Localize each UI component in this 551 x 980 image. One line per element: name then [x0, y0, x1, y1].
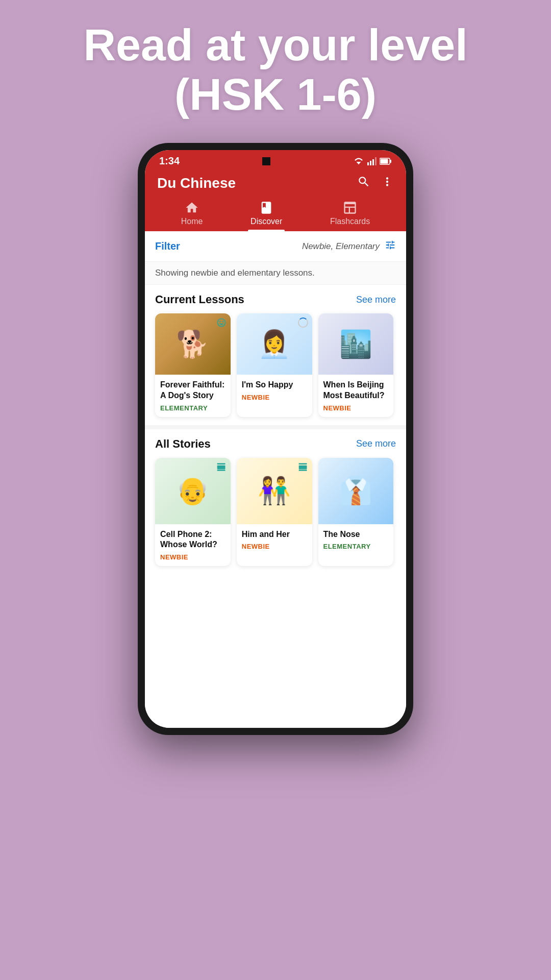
main-content: Filter Newbie, Elementary Showing newbie…: [145, 231, 406, 728]
battery-icon: [380, 158, 392, 165]
app-bar-actions: [357, 175, 394, 191]
card-cell-phone-title: Cell Phone 2: Whose World?: [160, 529, 226, 551]
tab-discover[interactable]: Discover: [240, 198, 292, 231]
nav-tabs: Home Discover Flashcards: [157, 195, 394, 231]
tab-flashcards-label: Flashcards: [330, 217, 370, 226]
status-time: 1:34: [159, 155, 180, 167]
card-the-nose-level: ELEMENTARY: [323, 543, 389, 550]
him-her-stack-icon: [298, 462, 308, 474]
info-banner: Showing newbie and elementary lessons.: [145, 262, 406, 285]
phone-shell: 1:34: [138, 143, 413, 735]
card-im-so-happy-body: I'm So Happy NEWBIE: [237, 375, 312, 406]
tab-flashcards[interactable]: Flashcards: [320, 198, 380, 231]
card-beijing[interactable]: 🏙️ When Is Beijing Most Beautiful? NEWBI…: [318, 313, 394, 417]
card-im-so-happy-image: 👩‍💼: [237, 313, 312, 375]
app-title: Du Chinese: [157, 175, 236, 191]
card-beijing-image: 🏙️: [318, 313, 394, 375]
tab-discover-label: Discover: [251, 217, 282, 226]
loading-icon: [298, 317, 308, 328]
card-im-so-happy-level: NEWBIE: [242, 394, 307, 401]
all-stories-header: All Stories See more: [155, 437, 396, 451]
current-lessons-title: Current Lessons: [155, 293, 244, 306]
current-lessons-see-more[interactable]: See more: [356, 295, 396, 305]
card-cell-phone-image: 👴: [155, 458, 231, 524]
card-the-nose-body: The Nose ELEMENTARY: [318, 524, 394, 556]
card-the-nose[interactable]: 👔 The Nose ELEMENTARY: [318, 458, 394, 567]
signal-icon: [367, 157, 377, 165]
svg-rect-4: [375, 157, 377, 165]
phone-screen: 1:34: [145, 150, 406, 728]
svg-rect-1: [367, 162, 369, 165]
card-forever-faithful-body: Forever Faithful: A Dog's Story ELEMENTA…: [155, 375, 231, 417]
hero-text: Read at your level (HSK 1-6): [0, 20, 551, 119]
cell-phone-stack-icon: [216, 462, 227, 474]
svg-marker-0: [357, 161, 361, 164]
svg-rect-3: [372, 159, 374, 165]
all-stories-section: All Stories See more 👴: [145, 429, 406, 577]
card-him-and-her-body: Him and Her NEWBIE: [237, 524, 312, 556]
card-forever-faithful[interactable]: 🐕 Forever Faithful: A Dog's Story: [155, 313, 231, 417]
card-beijing-body: When Is Beijing Most Beautiful? NEWBIE: [318, 375, 394, 417]
discover-icon: [259, 201, 273, 215]
card-im-so-happy[interactable]: 👩‍💼 I'm So Happy NEWBIE: [237, 313, 312, 417]
phone-device: 1:34: [138, 143, 413, 735]
card-forever-faithful-image: 🐕: [155, 313, 231, 375]
card-cell-phone-level: NEWBIE: [160, 553, 226, 561]
app-bar-top: Du Chinese: [157, 175, 394, 195]
filter-bar: Filter Newbie, Elementary: [145, 231, 406, 262]
more-options-icon[interactable]: [381, 175, 394, 191]
card-forever-faithful-level: ELEMENTARY: [160, 404, 226, 412]
filter-value: Newbie, Elementary: [302, 241, 380, 252]
home-icon: [185, 201, 199, 215]
svg-rect-7: [381, 159, 388, 163]
card-him-and-her-level: NEWBIE: [242, 543, 307, 550]
current-lessons-section: Current Lessons See more 🐕: [145, 285, 406, 425]
card-cell-phone[interactable]: 👴 Cell Phone 2: Whose World? NEWBIE: [155, 458, 231, 567]
app-bar: Du Chinese: [145, 170, 406, 231]
all-stories-title: All Stories: [155, 437, 211, 451]
card-him-and-her[interactable]: 👫 Him and Her NEWBIE: [237, 458, 312, 567]
current-lessons-header: Current Lessons See more: [155, 293, 396, 306]
card-beijing-level: NEWBIE: [323, 404, 389, 412]
current-lessons-cards: 🐕 Forever Faithful: A Dog's Story: [155, 313, 396, 425]
card-cell-phone-body: Cell Phone 2: Whose World? NEWBIE: [155, 524, 231, 567]
all-stories-see-more[interactable]: See more: [356, 438, 396, 449]
svg-rect-6: [390, 160, 391, 163]
filter-settings-icon[interactable]: [385, 239, 396, 253]
card-the-nose-title: The Nose: [323, 529, 389, 540]
status-bar: 1:34: [145, 150, 406, 170]
filter-label[interactable]: Filter: [155, 240, 180, 252]
svg-rect-2: [370, 161, 371, 165]
status-icons: [353, 157, 392, 165]
card-him-and-her-title: Him and Her: [242, 529, 307, 540]
card-im-so-happy-title: I'm So Happy: [242, 380, 307, 390]
camera-notch: [262, 157, 270, 165]
tab-home-label: Home: [181, 217, 203, 226]
tab-home[interactable]: Home: [171, 198, 213, 231]
card-him-and-her-image: 👫: [237, 458, 312, 524]
wifi-icon: [353, 157, 364, 165]
card-forever-faithful-title: Forever Faithful: A Dog's Story: [160, 380, 226, 401]
section-divider: [145, 425, 406, 429]
info-text: Showing newbie and elementary lessons.: [155, 268, 315, 278]
card-beijing-title: When Is Beijing Most Beautiful?: [323, 380, 389, 401]
search-icon[interactable]: [357, 175, 370, 191]
stack-icon: [216, 317, 227, 330]
flashcards-icon: [343, 201, 357, 215]
all-stories-cards: 👴 Cell Phone 2: Whose World? NEWBIE: [155, 458, 396, 577]
card-the-nose-image: 👔: [318, 458, 394, 524]
filter-right: Newbie, Elementary: [302, 239, 396, 253]
